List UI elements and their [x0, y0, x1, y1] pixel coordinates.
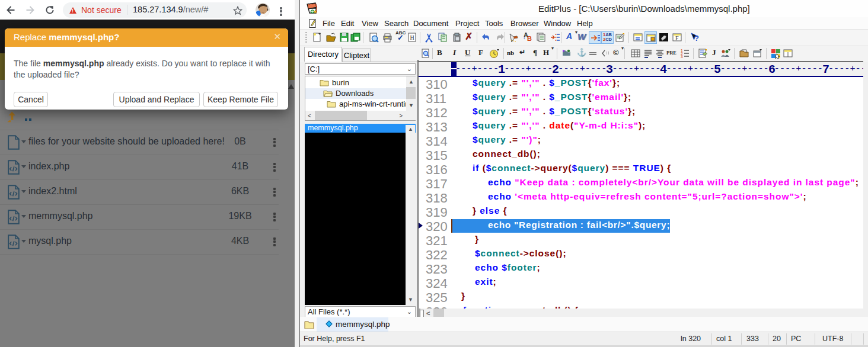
svg-text:H: H [410, 34, 414, 41]
svg-text:?: ? [694, 34, 699, 43]
svg-text:F: F [675, 35, 679, 41]
svg-text:3: 3 [681, 54, 683, 59]
